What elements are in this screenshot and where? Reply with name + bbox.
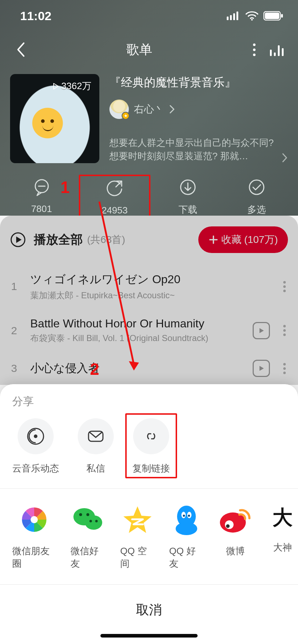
download-icon (179, 178, 197, 196)
link-icon (141, 427, 161, 446)
share-icon (106, 180, 124, 198)
battery-icon (263, 11, 284, 20)
status-bar: 11:02 (0, 0, 298, 32)
ext-option-qq[interactable]: QQ 好友 (169, 502, 204, 570)
svg-marker-16 (16, 236, 22, 243)
ext-label: 大神 (273, 541, 292, 554)
home-indicator (100, 634, 198, 638)
qq-icon (173, 503, 200, 536)
svg-rect-1 (230, 15, 232, 20)
annotation-1: 1 (60, 178, 70, 197)
ext-label: 微信朋友圈 (12, 545, 56, 570)
collect-button[interactable]: 收藏 (107万) (198, 226, 288, 253)
share-option-dm[interactable]: 私信 (78, 418, 114, 475)
play-icon (53, 83, 59, 89)
action-multiselect[interactable]: 多选 (222, 178, 291, 216)
author-name: 右心丶 (134, 102, 164, 116)
play-count-badge: 3362万 (49, 78, 95, 94)
svg-point-14 (249, 180, 264, 194)
svg-point-35 (176, 522, 197, 535)
now-playing-icon[interactable] (270, 43, 284, 56)
wifi-icon (245, 11, 258, 20)
ext-option-weibo[interactable]: 微博 (218, 502, 253, 557)
svg-point-30 (86, 513, 89, 516)
svg-point-31 (90, 520, 92, 523)
description-row[interactable]: 想要在人群之中显示出自己的与众不同? 想要时时刻刻尽显装逼范? 那就… (109, 136, 288, 163)
svg-marker-8 (54, 83, 58, 89)
svg-point-32 (95, 520, 98, 523)
row-more-icon[interactable] (279, 281, 290, 292)
mv-icon[interactable] (253, 360, 270, 377)
multiselect-label: 多选 (247, 203, 266, 216)
song-index: 1 (6, 280, 22, 293)
cellular-icon (227, 12, 240, 20)
svg-rect-3 (236, 12, 238, 20)
avatar-badge-icon: ★ (122, 112, 130, 120)
mail-icon (86, 427, 105, 446)
svg-line-21 (99, 202, 134, 365)
plus-icon (208, 235, 218, 245)
ext-option-qzone[interactable]: QQ 空间 (120, 502, 155, 570)
cover-art[interactable]: 3362万 (10, 74, 99, 163)
annotation-2: 2 (90, 359, 99, 379)
playlist-header: 3362万 『经典的魔性背景音乐』 ★ 右心丶 想要在人群之中显示出自己的与众不… (0, 68, 298, 163)
status-time: 11:02 (20, 9, 51, 23)
hero-region: 11:02 歌单 3362万 『经典的魔性背景音乐』 ★ 右心丶 (0, 0, 298, 216)
ext-label: QQ 好友 (169, 545, 204, 570)
qzone-icon (122, 504, 153, 535)
share-sheet-title: 分享 (0, 384, 298, 414)
play-count-text: 3362万 (61, 80, 91, 92)
svg-marker-20 (259, 366, 264, 371)
share-sheet: 分享 云音乐动态 私信 复制链接 (0, 384, 298, 644)
svg-rect-6 (265, 13, 279, 19)
song-index: 2 (6, 325, 22, 337)
mv-icon[interactable] (253, 322, 270, 339)
nav-bar: 歌单 (0, 32, 298, 68)
row-more-icon[interactable] (279, 363, 290, 374)
svg-marker-22 (129, 361, 139, 371)
share-internal-row: 云音乐动态 私信 复制链接 (0, 414, 298, 487)
svg-point-41 (225, 520, 234, 529)
svg-point-28 (85, 515, 102, 530)
share-external-row: 微信朋友圈 微信好友 QQ 空间 QQ 好友 (0, 490, 298, 584)
svg-point-42 (226, 524, 230, 528)
chevron-right-icon (281, 152, 288, 163)
more-icon[interactable] (253, 43, 256, 56)
share-label: 复制链接 (132, 462, 170, 475)
share-label: 私信 (86, 462, 105, 475)
svg-point-39 (188, 515, 190, 517)
row-more-icon[interactable] (279, 325, 290, 336)
svg-rect-2 (233, 13, 235, 20)
svg-point-26 (31, 516, 38, 523)
share-label: 云音乐动态 (12, 462, 59, 475)
share-option-copy-link[interactable]: 复制链接 (132, 418, 170, 475)
ext-option-wechat-moments[interactable]: 微信朋友圈 (12, 502, 56, 570)
svg-point-24 (34, 434, 37, 438)
comment-count: 7801 (31, 203, 52, 215)
music-feed-icon (26, 427, 45, 446)
play-all-label: 播放全部 (34, 231, 83, 248)
action-download[interactable]: 下载 (153, 178, 222, 216)
comment-icon (33, 178, 51, 196)
svg-point-29 (79, 513, 82, 516)
annotation-arrow (97, 199, 155, 376)
collect-label: 收藏 (107万) (221, 233, 278, 247)
ext-label: 微博 (226, 545, 245, 557)
avatar: ★ (109, 100, 129, 119)
playlist-title: 『经典的魔性背景音乐』 (109, 75, 288, 90)
status-indicators (227, 11, 284, 20)
ext-label: QQ 空间 (120, 545, 155, 570)
svg-point-38 (183, 515, 185, 517)
ext-label: 微信好友 (71, 545, 106, 570)
wechat-icon (72, 505, 104, 534)
ext-option-dashen[interactable]: 大 大神 (267, 502, 298, 554)
weibo-icon (218, 505, 252, 534)
share-option-feed[interactable]: 云音乐动态 (12, 418, 59, 475)
play-all-icon (10, 232, 26, 248)
download-label: 下载 (179, 203, 197, 216)
song-index: 3 (6, 362, 22, 374)
ext-option-wechat[interactable]: 微信好友 (71, 502, 106, 570)
back-icon[interactable] (16, 42, 25, 58)
author-row[interactable]: ★ 右心丶 (109, 100, 288, 119)
description-text: 想要在人群之中显示出自己的与众不同? 想要时时刻刻尽显装逼范? 那就… (109, 136, 277, 163)
